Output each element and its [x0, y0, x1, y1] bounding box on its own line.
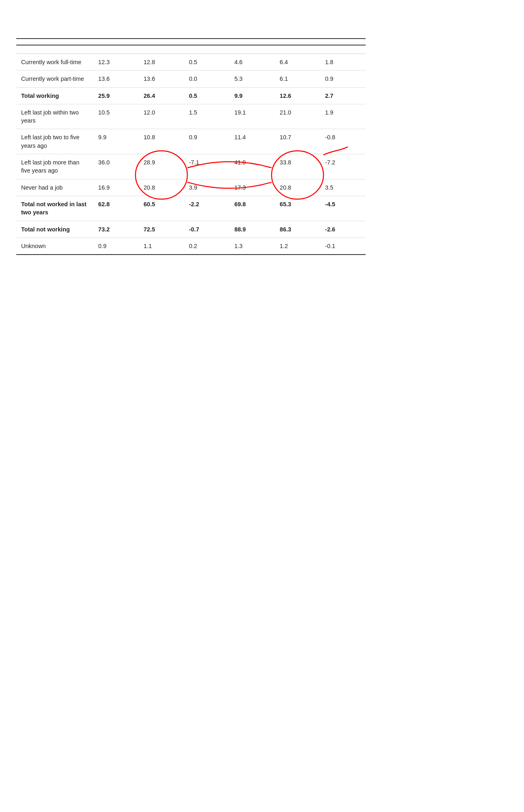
table-title	[16, 12, 349, 22]
cell-value: 16.9	[93, 179, 139, 196]
cell-value: -7.2	[320, 154, 366, 179]
cell-value: -7.1	[184, 154, 230, 179]
cell-value: 0.5	[184, 87, 230, 104]
data-table: Currently work full-time12.312.80.54.66.…	[16, 38, 366, 255]
cell-value: 10.7	[275, 129, 320, 154]
cell-value: 0.0	[184, 71, 230, 87]
table-row: Currently work full-time12.312.80.54.66.…	[16, 54, 366, 71]
cell-value: 3.9	[184, 179, 230, 196]
cell-value: 10.8	[139, 129, 184, 154]
cell-value: 6.1	[275, 71, 320, 87]
cell-value: 36.0	[93, 154, 139, 179]
cell-value: 12.3	[93, 54, 139, 71]
cell-value: -2.2	[184, 196, 230, 221]
cell-value: 21.0	[275, 104, 320, 129]
cell-value: 72.5	[139, 221, 184, 238]
cell-value: 12.8	[139, 54, 184, 71]
group-header-row	[16, 39, 366, 45]
cell-value: 88.9	[230, 221, 275, 238]
col-header-inc-pre	[230, 45, 275, 54]
cell-value: 13.6	[139, 71, 184, 87]
cell-value: 86.3	[275, 221, 320, 238]
cell-employment-label: Total not worked in last two years	[16, 196, 93, 221]
cell-value: 20.8	[275, 179, 320, 196]
cell-value: 25.9	[93, 87, 139, 104]
table-row: Total not working73.272.5-0.788.986.3-2.…	[16, 221, 366, 238]
col-group-disability	[93, 39, 230, 45]
cell-value: -4.5	[320, 196, 366, 221]
cell-value: 12.6	[275, 87, 320, 104]
table-row: Total not worked in last two years62.860…	[16, 196, 366, 221]
cell-value: 0.9	[184, 129, 230, 154]
cell-value: 41.0	[230, 154, 275, 179]
table-row: Left last job within two years10.512.01.…	[16, 104, 366, 129]
col-header-pip-diff	[184, 45, 230, 54]
cell-value: 6.4	[275, 54, 320, 71]
cell-employment-label: Unknown	[16, 238, 93, 255]
cell-value: 1.5	[184, 104, 230, 129]
table-container: Currently work full-time12.312.80.54.66.…	[16, 34, 366, 255]
cell-value: 10.5	[93, 104, 139, 129]
table-row: Unknown0.91.10.21.31.2-0.1	[16, 238, 366, 255]
cell-value: 11.4	[230, 129, 275, 154]
cell-employment-label: Never had a job	[16, 179, 93, 196]
cell-value: -0.8	[320, 129, 366, 154]
cell-value: 19.1	[230, 104, 275, 129]
table-row: Never had a job16.920.83.917.320.83.5	[16, 179, 366, 196]
cell-value: 3.5	[320, 179, 366, 196]
table-row: Left last job two to five years ago9.910…	[16, 129, 366, 154]
cell-value: 26.4	[139, 87, 184, 104]
col-group-incapacity	[230, 39, 366, 45]
cell-value: 0.5	[184, 54, 230, 71]
cell-value: 33.8	[275, 154, 320, 179]
cell-value: 20.8	[139, 179, 184, 196]
cell-value: 1.8	[320, 54, 366, 71]
col-header-inc-post	[275, 45, 320, 54]
cell-value: 1.9	[320, 104, 366, 129]
col-header-employment	[16, 45, 93, 54]
cell-value: 0.9	[93, 238, 139, 255]
cell-value: 0.2	[184, 238, 230, 255]
cell-value: 17.3	[230, 179, 275, 196]
cell-value: 1.2	[275, 238, 320, 255]
cell-value: 62.8	[93, 196, 139, 221]
cell-value: 73.2	[93, 221, 139, 238]
cell-value: 65.3	[275, 196, 320, 221]
cell-value: 5.3	[230, 71, 275, 87]
cell-value: -0.1	[320, 238, 366, 255]
cell-value: 1.1	[139, 238, 184, 255]
cell-value: 69.8	[230, 196, 275, 221]
table-row: Total working25.926.40.59.912.62.7	[16, 87, 366, 104]
sub-header-row	[16, 45, 366, 54]
cell-value: 60.5	[139, 196, 184, 221]
cell-employment-label: Total not working	[16, 221, 93, 238]
col-header-inc-diff	[320, 45, 366, 54]
col-header-pip-pre	[93, 45, 139, 54]
cell-value: 4.6	[230, 54, 275, 71]
col-group-employment	[16, 39, 93, 45]
cell-employment-label: Total working	[16, 87, 93, 104]
cell-value: 0.9	[320, 71, 366, 87]
cell-value: -2.6	[320, 221, 366, 238]
cell-value: 9.9	[230, 87, 275, 104]
table-row: Left last job more than five years ago36…	[16, 154, 366, 179]
cell-value: 12.0	[139, 104, 184, 129]
cell-value: 2.7	[320, 87, 366, 104]
cell-employment-label: Currently work full-time	[16, 54, 93, 71]
cell-employment-label: Left last job two to five years ago	[16, 129, 93, 154]
cell-value: -0.7	[184, 221, 230, 238]
cell-value: 13.6	[93, 71, 139, 87]
cell-value: 9.9	[93, 129, 139, 154]
cell-value: 28.9	[139, 154, 184, 179]
cell-employment-label: Left last job more than five years ago	[16, 154, 93, 179]
table-row: Currently work part-time13.613.60.05.36.…	[16, 71, 366, 87]
cell-employment-label: Currently work part-time	[16, 71, 93, 87]
col-header-pip-post	[139, 45, 184, 54]
cell-value: 1.3	[230, 238, 275, 255]
cell-employment-label: Left last job within two years	[16, 104, 93, 129]
